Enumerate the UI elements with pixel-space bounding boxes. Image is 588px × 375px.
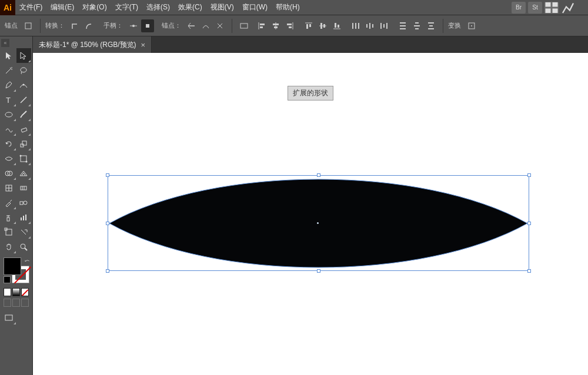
screen-mode-row bbox=[1, 297, 31, 308]
draw-behind-icon[interactable] bbox=[12, 299, 20, 307]
arrange-documents-icon[interactable] bbox=[544, 2, 559, 14]
svg-rect-30 bbox=[366, 24, 368, 28]
handle-hide-icon[interactable] bbox=[141, 19, 154, 32]
handle-ml[interactable] bbox=[106, 222, 109, 225]
menu-effect[interactable]: 效果(C) bbox=[174, 0, 206, 15]
slice-tool[interactable] bbox=[16, 225, 32, 239]
remove-anchor-icon[interactable] bbox=[185, 19, 198, 32]
shape-builder-tool[interactable] bbox=[1, 166, 16, 180]
convert-label: 转换： bbox=[45, 21, 65, 30]
width-tool[interactable] bbox=[1, 151, 16, 166]
distribute-h-right-icon[interactable] bbox=[377, 19, 390, 32]
gpu-preview-icon[interactable] bbox=[561, 2, 575, 14]
handle-mr[interactable] bbox=[527, 222, 531, 225]
paintbrush-tool[interactable] bbox=[16, 107, 32, 122]
menu-edit[interactable]: 编辑(E) bbox=[46, 0, 78, 15]
direct-selection-tool[interactable] bbox=[16, 48, 32, 63]
shaper-tool[interactable] bbox=[1, 122, 16, 136]
menu-object[interactable]: 对象(O) bbox=[78, 0, 111, 15]
svg-rect-39 bbox=[415, 22, 419, 24]
align-top-icon[interactable] bbox=[302, 19, 315, 32]
type-tool[interactable]: T bbox=[1, 92, 16, 107]
svg-rect-71 bbox=[25, 215, 26, 220]
magic-wand-tool[interactable] bbox=[1, 63, 16, 78]
align-vcenter-icon[interactable] bbox=[316, 19, 329, 32]
distribute-h-left-icon[interactable] bbox=[349, 19, 362, 32]
zoom-tool[interactable] bbox=[16, 239, 32, 254]
svg-rect-36 bbox=[400, 22, 406, 24]
pen-tool[interactable] bbox=[1, 78, 16, 92]
transform-panel-icon[interactable] bbox=[465, 19, 478, 32]
svg-rect-17 bbox=[289, 26, 292, 28]
menu-select[interactable]: 选择(S) bbox=[142, 0, 174, 15]
align-bottom-icon[interactable] bbox=[330, 19, 343, 32]
lasso-tool[interactable] bbox=[16, 63, 32, 78]
bridge-icon[interactable]: Br bbox=[512, 2, 526, 14]
selection-tool[interactable] bbox=[1, 48, 16, 63]
default-colors-icon[interactable] bbox=[4, 276, 11, 283]
scale-tool[interactable] bbox=[16, 136, 32, 151]
fill-stroke-proxy[interactable]: ⤺ bbox=[4, 257, 29, 283]
distribute-v-top-icon[interactable] bbox=[396, 19, 409, 32]
draw-normal-icon[interactable] bbox=[4, 299, 11, 307]
toolbar-collapse-icon[interactable]: « bbox=[1, 39, 9, 47]
distribute-v-center-icon[interactable] bbox=[410, 19, 423, 32]
color-mode-solid[interactable] bbox=[4, 288, 11, 296]
symbol-sprayer-tool[interactable] bbox=[1, 210, 16, 225]
handle-bm[interactable] bbox=[317, 269, 320, 273]
distribute-h-center-icon[interactable] bbox=[363, 19, 376, 32]
close-tab-icon[interactable]: × bbox=[141, 41, 146, 49]
color-mode-gradient[interactable] bbox=[12, 288, 20, 296]
ellipse-tool[interactable] bbox=[1, 107, 16, 122]
blend-tool[interactable] bbox=[16, 195, 32, 210]
connect-anchor-icon[interactable] bbox=[199, 19, 212, 32]
document-tab[interactable]: 未标题-1* @ 150% (RGB/预览) × bbox=[33, 36, 152, 53]
handle-tm[interactable] bbox=[317, 173, 320, 177]
anchor-options-icon[interactable] bbox=[22, 19, 35, 32]
anchor-label: 锚点 bbox=[5, 21, 18, 30]
svg-rect-25 bbox=[335, 23, 336, 28]
selection-bounds[interactable] bbox=[108, 175, 529, 271]
cut-path-icon[interactable] bbox=[213, 19, 226, 32]
handle-tr[interactable] bbox=[527, 173, 531, 177]
align-left-icon[interactable] bbox=[255, 19, 268, 32]
svg-rect-22 bbox=[320, 23, 322, 29]
align-right-icon[interactable] bbox=[283, 19, 296, 32]
menu-help[interactable]: 帮助(H) bbox=[272, 0, 304, 15]
svg-rect-68 bbox=[7, 217, 9, 221]
color-mode-none[interactable] bbox=[21, 288, 29, 296]
handle-show-icon[interactable] bbox=[127, 19, 140, 32]
free-transform-tool[interactable] bbox=[16, 151, 32, 166]
draw-inside-icon[interactable] bbox=[21, 299, 29, 307]
artboard-tool[interactable] bbox=[1, 225, 16, 239]
fill-swatch[interactable] bbox=[4, 257, 21, 275]
hand-tool[interactable] bbox=[1, 239, 16, 254]
rotate-tool[interactable] bbox=[1, 136, 16, 151]
menu-file[interactable]: 文件(F) bbox=[15, 0, 46, 15]
distribute-v-bottom-icon[interactable] bbox=[425, 19, 437, 32]
svg-rect-66 bbox=[20, 202, 23, 205]
handle-bl[interactable] bbox=[106, 269, 109, 273]
screen-mode-icon[interactable] bbox=[1, 310, 16, 325]
swap-fill-stroke-icon[interactable]: ⤺ bbox=[25, 257, 29, 264]
handle-tl[interactable] bbox=[106, 173, 109, 177]
isolate-icon[interactable] bbox=[238, 19, 250, 32]
menu-type[interactable]: 文字(T) bbox=[111, 0, 142, 15]
stock-icon[interactable]: St bbox=[528, 2, 542, 14]
curvature-tool[interactable] bbox=[16, 78, 32, 92]
mesh-tool[interactable] bbox=[1, 180, 16, 195]
handle-br[interactable] bbox=[527, 269, 531, 273]
line-tool[interactable] bbox=[16, 92, 32, 107]
menu-view[interactable]: 视图(V) bbox=[206, 0, 238, 15]
eyedropper-tool[interactable] bbox=[1, 195, 16, 210]
gradient-tool[interactable] bbox=[16, 180, 32, 195]
convert-smooth-icon[interactable] bbox=[83, 19, 96, 32]
menu-window[interactable]: 窗口(W) bbox=[238, 0, 272, 15]
column-graph-tool[interactable] bbox=[16, 210, 32, 225]
convert-corner-icon[interactable] bbox=[69, 19, 82, 32]
perspective-grid-tool[interactable] bbox=[16, 166, 32, 180]
canvas[interactable]: 扩展的形状 G 大 网 system.com bbox=[33, 53, 588, 375]
eraser-tool[interactable] bbox=[16, 122, 32, 136]
align-hcenter-icon[interactable] bbox=[269, 19, 282, 32]
svg-rect-13 bbox=[273, 24, 279, 25]
